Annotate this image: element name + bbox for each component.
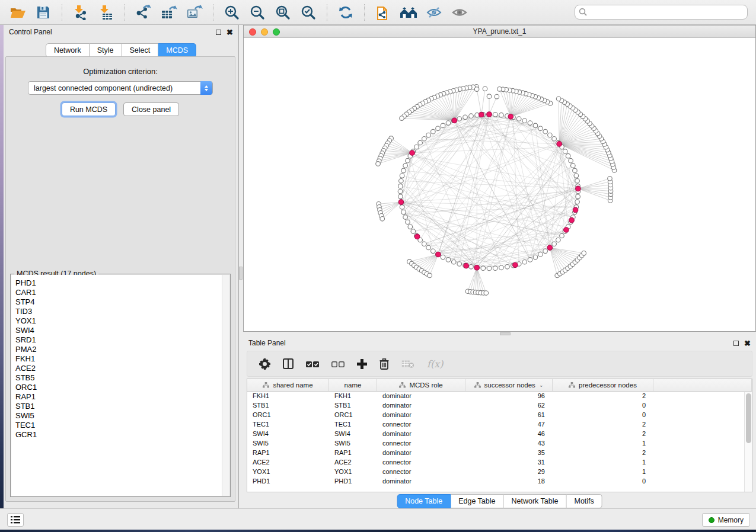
zoom-in-icon[interactable] xyxy=(221,3,243,22)
graph-node[interactable] xyxy=(431,249,436,254)
graph-node[interactable] xyxy=(505,264,510,269)
graph-leaf-node[interactable] xyxy=(582,251,586,256)
cell-mcds_role[interactable]: connector xyxy=(377,467,465,477)
tab-edge-table[interactable]: Edge Table xyxy=(451,494,503,508)
graph-node[interactable] xyxy=(411,229,416,234)
hide-selection-eye-icon[interactable] xyxy=(423,3,445,22)
add-column-icon[interactable] xyxy=(357,359,367,369)
column-header-successor-nodes[interactable]: successor nodes⌄ xyxy=(465,379,553,391)
export-table-icon[interactable] xyxy=(158,3,180,22)
cell-shared_name[interactable]: ORC1 xyxy=(247,411,329,420)
network-window-titlebar[interactable]: YPA_prune.txt_1 xyxy=(244,25,755,38)
graph-mcds-node[interactable] xyxy=(564,227,569,233)
mcds-result-item[interactable]: SWI4 xyxy=(15,326,229,335)
mcds-result-item[interactable]: SRD1 xyxy=(15,335,229,345)
table-row[interactable]: TEC1TEC1connector472 xyxy=(247,420,752,430)
graph-node[interactable] xyxy=(431,129,436,134)
tab-style[interactable]: Style xyxy=(90,43,122,57)
graph-node[interactable] xyxy=(538,252,543,257)
mcds-result-item[interactable]: SWI5 xyxy=(15,411,229,421)
graph-mcds-node[interactable] xyxy=(569,217,575,223)
mcds-result-item[interactable]: RAP1 xyxy=(15,392,229,402)
mcds-result-scrollbar[interactable] xyxy=(222,275,229,496)
cell-mcds_role[interactable]: dominator xyxy=(377,477,465,486)
graph-node[interactable] xyxy=(469,264,474,269)
graph-node[interactable] xyxy=(418,140,423,145)
cell-name[interactable]: YOX1 xyxy=(329,467,377,477)
mcds-result-item[interactable]: STP4 xyxy=(15,297,229,307)
graph-mcds-node[interactable] xyxy=(547,245,553,251)
cell-successor_nodes[interactable]: 29 xyxy=(465,467,553,477)
cell-successor_nodes[interactable]: 62 xyxy=(465,401,553,411)
graph-node[interactable] xyxy=(575,178,580,183)
node-table[interactable]: shared namenameMCDS rolesuccessor nodes⌄… xyxy=(247,379,752,492)
graph-node[interactable] xyxy=(493,266,497,271)
graph-node[interactable] xyxy=(552,242,557,246)
graph-mcds-node[interactable] xyxy=(479,112,484,117)
table-row[interactable]: SWI5SWI5connector431 xyxy=(247,439,752,448)
save-icon[interactable] xyxy=(33,3,54,22)
cell-mcds_role[interactable]: dominator xyxy=(377,430,465,439)
cell-mcds_role[interactable]: dominator xyxy=(377,401,465,411)
graph-node[interactable] xyxy=(446,258,451,262)
mcds-result-list[interactable]: PHD1CAR1STP4TID3YOX1SWI4SRD1PMA2FKH1ACE2… xyxy=(11,275,229,496)
cell-name[interactable]: RAP1 xyxy=(329,448,377,458)
delete-table-icon[interactable] xyxy=(401,360,414,368)
tab-mcds[interactable]: MCDS xyxy=(158,43,196,57)
graph-mcds-node[interactable] xyxy=(557,142,562,147)
graph-leaf-node[interactable] xyxy=(487,94,492,99)
graph-node[interactable] xyxy=(543,249,548,254)
float-panel-icon[interactable] xyxy=(216,30,221,35)
graph-leaf-node[interactable] xyxy=(474,87,479,92)
graph-node[interactable] xyxy=(548,133,553,137)
float-panel-icon[interactable] xyxy=(733,341,739,346)
import-network-icon[interactable] xyxy=(70,3,91,22)
cell-predecessor_nodes[interactable]: 1 xyxy=(553,439,653,448)
cell-predecessor_nodes[interactable]: 2 xyxy=(553,420,653,430)
graph-node[interactable] xyxy=(538,126,543,131)
search-input[interactable] xyxy=(575,5,748,20)
graph-node[interactable] xyxy=(566,153,570,158)
graph-mcds-node[interactable] xyxy=(508,114,513,120)
column-header-predecessor-nodes[interactable]: predecessor nodes xyxy=(553,379,653,391)
column-header-shared-name[interactable]: shared name xyxy=(247,379,329,391)
cell-shared_name[interactable]: STB1 xyxy=(247,401,329,411)
mcds-result-item[interactable]: GCR1 xyxy=(15,430,229,440)
graph-node[interactable] xyxy=(569,158,573,163)
mcds-result-item[interactable]: YOX1 xyxy=(15,316,229,326)
cell-successor_nodes[interactable]: 61 xyxy=(465,411,553,420)
cell-successor_nodes[interactable]: 35 xyxy=(465,448,553,458)
graph-node[interactable] xyxy=(441,255,445,259)
cell-name[interactable]: FKH1 xyxy=(329,392,377,401)
graph-node[interactable] xyxy=(414,145,419,149)
graph-leaf-node[interactable] xyxy=(484,291,489,296)
graph-node[interactable] xyxy=(522,118,527,123)
cell-predecessor_nodes[interactable]: 2 xyxy=(553,392,653,401)
cell-mcds_role[interactable]: connector xyxy=(377,420,465,430)
table-row[interactable]: STB1STB1dominator620 xyxy=(247,401,752,411)
cell-shared_name[interactable]: SWI4 xyxy=(247,430,329,439)
window-close-icon[interactable] xyxy=(249,28,256,36)
graph-leaf-node[interactable] xyxy=(380,216,385,221)
graph-leaf-node[interactable] xyxy=(483,86,487,91)
graph-leaf-node[interactable] xyxy=(497,87,502,92)
graph-mcds-node[interactable] xyxy=(410,150,415,156)
graph-node[interactable] xyxy=(403,215,408,220)
graph-node[interactable] xyxy=(499,265,504,270)
graph-node[interactable] xyxy=(487,266,492,271)
table-row[interactable]: RAP1RAP1dominator352 xyxy=(247,448,752,458)
graph-node[interactable] xyxy=(446,121,451,126)
close-panel-icon[interactable]: ✖ xyxy=(744,341,751,346)
graph-leaf-node[interactable] xyxy=(556,97,561,101)
graph-node[interactable] xyxy=(463,115,468,120)
table-row[interactable]: PHD1PHD1dominator180 xyxy=(247,477,752,486)
mcds-result-item[interactable]: PMA2 xyxy=(15,345,229,354)
graph-node[interactable] xyxy=(451,259,456,264)
cell-successor_nodes[interactable]: 31 xyxy=(465,458,553,467)
memory-button[interactable]: Memory xyxy=(702,513,750,527)
mcds-result-item[interactable]: TID3 xyxy=(15,307,229,316)
graph-mcds-node[interactable] xyxy=(436,252,441,257)
graph-mcds-node[interactable] xyxy=(398,200,404,205)
scrollbar-thumb[interactable] xyxy=(746,393,751,443)
cell-mcds_role[interactable]: connector xyxy=(377,439,465,448)
